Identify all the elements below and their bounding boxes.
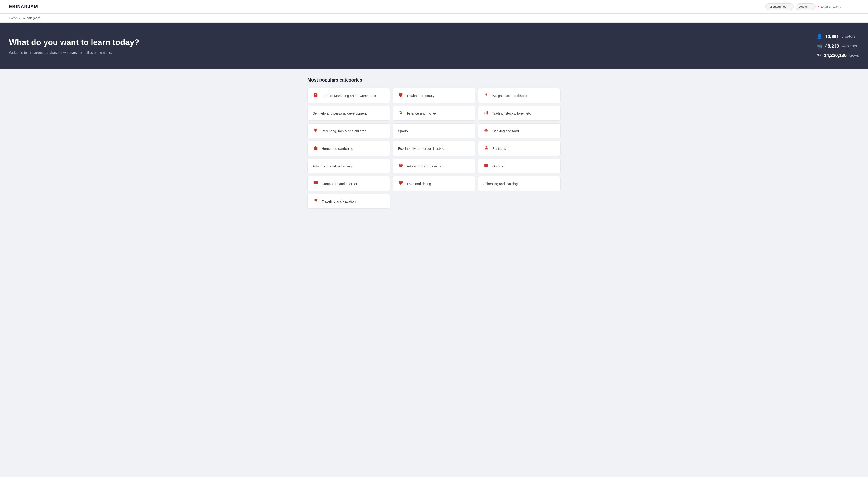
category-card-finance[interactable]: Finance and money bbox=[393, 106, 475, 121]
views-label: views bbox=[849, 53, 859, 58]
filter-close-icon[interactable]: × bbox=[817, 5, 819, 8]
category-label-sports: Sports bbox=[398, 129, 408, 133]
category-icon-traveling bbox=[313, 198, 318, 204]
webinars-icon: 📹 bbox=[817, 43, 822, 49]
category-card-arts[interactable]: Arts and Entertainment bbox=[393, 159, 475, 173]
category-label-advertising: Advertising and marketing bbox=[313, 164, 352, 168]
category-card-business[interactable]: Business bbox=[478, 141, 561, 156]
category-label-parenting: Parenting, family and children bbox=[322, 129, 366, 133]
header-filters: All categories ··· Author ··· × bbox=[765, 3, 859, 10]
header: EBINARJAM All categories ··· Author ··· … bbox=[0, 0, 868, 13]
category-card-games[interactable]: Games bbox=[478, 159, 561, 173]
category-card-computers[interactable]: Computers and internet bbox=[307, 176, 390, 191]
svg-point-0 bbox=[486, 93, 487, 94]
category-icon-parenting bbox=[313, 128, 318, 134]
all-categories-filter[interactable]: All categories ··· bbox=[765, 3, 794, 10]
category-label-internet-marketing: Internet Marketing and e-Commerce bbox=[322, 94, 376, 98]
section-title: Most populars categories bbox=[307, 77, 561, 83]
breadcrumb: Home ∧ All categories bbox=[0, 13, 868, 23]
stat-views: 👁 14,230,136 views bbox=[817, 53, 859, 58]
category-card-parenting[interactable]: Parenting, family and children bbox=[307, 123, 390, 138]
category-card-health-beauty[interactable]: Health and beauty bbox=[393, 88, 475, 103]
filter-categories-dots: ··· bbox=[787, 5, 790, 8]
svg-point-5 bbox=[316, 128, 317, 129]
svg-point-11 bbox=[401, 164, 401, 165]
svg-rect-6 bbox=[484, 130, 488, 131]
category-label-computers: Computers and internet bbox=[322, 182, 357, 186]
svg-rect-7 bbox=[485, 131, 487, 132]
category-grid: Internet Marketing and e-Commerce Health… bbox=[307, 88, 561, 209]
category-label-cooking: Cooking and food bbox=[492, 129, 519, 133]
category-label-weight-loss: Weight loss and fitness bbox=[492, 94, 527, 98]
category-icon-trading bbox=[483, 110, 489, 116]
category-label-finance: Finance and money bbox=[407, 111, 437, 115]
category-card-trading[interactable]: Trading: stocks, forex, etc bbox=[478, 106, 561, 121]
category-icon-weight-loss bbox=[483, 92, 489, 99]
svg-point-9 bbox=[399, 164, 403, 167]
creators-icon: 👤 bbox=[817, 34, 822, 39]
category-icon-arts bbox=[398, 163, 404, 169]
category-icon-computers bbox=[313, 180, 318, 187]
category-label-games: Games bbox=[492, 164, 503, 168]
hero-left: What do you want to learn today? Welcome… bbox=[9, 37, 139, 54]
category-icon-health-beauty bbox=[398, 92, 404, 99]
category-icon-internet-marketing bbox=[313, 92, 318, 99]
author-filter[interactable]: Author ··· bbox=[796, 3, 815, 10]
category-icon-cooking bbox=[483, 128, 489, 134]
category-icon-home-gardening bbox=[313, 145, 318, 151]
category-card-schooling[interactable]: Schooling and learning bbox=[478, 176, 561, 191]
category-card-sports[interactable]: Sports bbox=[393, 123, 475, 138]
category-label-business: Business bbox=[492, 146, 506, 150]
logo: EBINARJAM bbox=[9, 4, 38, 9]
category-card-advertising[interactable]: Advertising and marketing bbox=[307, 159, 390, 173]
category-card-weight-loss[interactable]: Weight loss and fitness bbox=[478, 88, 561, 103]
svg-point-4 bbox=[314, 128, 315, 129]
webinars-label: webinars bbox=[842, 44, 857, 48]
category-label-schooling: Schooling and learning bbox=[483, 182, 518, 186]
views-icon: 👁 bbox=[817, 53, 821, 58]
author-search-input[interactable] bbox=[821, 5, 859, 8]
hero-title: What do you want to learn today? bbox=[9, 37, 139, 47]
webinars-number: 48,238 bbox=[825, 43, 839, 49]
category-icon-love-dating bbox=[398, 180, 404, 187]
breadcrumb-home[interactable]: Home bbox=[9, 16, 17, 20]
svg-rect-14 bbox=[313, 181, 318, 184]
views-number: 14,230,136 bbox=[824, 53, 846, 58]
filter-author-label: Author bbox=[799, 5, 808, 8]
category-label-arts: Arts and Entertainment bbox=[407, 164, 441, 168]
category-card-self-help[interactable]: Self help and personal development bbox=[307, 106, 390, 121]
category-label-trading: Trading: stocks, forex, etc bbox=[492, 111, 531, 115]
category-icon-games bbox=[483, 163, 489, 169]
svg-point-12 bbox=[401, 165, 402, 165]
category-label-self-help: Self help and personal development bbox=[313, 111, 367, 115]
svg-rect-1 bbox=[485, 112, 485, 114]
breadcrumb-current: All categories bbox=[23, 16, 40, 20]
main-content: Most populars categories Internet Market… bbox=[298, 69, 569, 217]
category-label-traveling: Traveling and vacation bbox=[322, 199, 355, 203]
stat-creators: 👤 10,691 creators bbox=[817, 34, 859, 39]
svg-rect-3 bbox=[487, 111, 488, 114]
svg-rect-13 bbox=[484, 164, 488, 167]
breadcrumb-separator: ∧ bbox=[19, 17, 21, 20]
hero-banner: What do you want to learn today? Welcome… bbox=[0, 23, 868, 69]
filter-author-dots: ··· bbox=[809, 5, 812, 8]
category-card-cooking[interactable]: Cooking and food bbox=[478, 123, 561, 138]
category-card-love-dating[interactable]: Love and dating bbox=[393, 176, 475, 191]
hero-stats: 👤 10,691 creators 📹 48,238 webinars 👁 14… bbox=[817, 34, 859, 58]
hero-subtitle: Welcome to the largest database of webin… bbox=[9, 50, 139, 55]
category-card-eco-friendly[interactable]: Eco-friendly and green lifestyle bbox=[393, 141, 475, 156]
category-label-health-beauty: Health and beauty bbox=[407, 94, 434, 98]
category-icon-finance bbox=[398, 110, 404, 116]
svg-point-8 bbox=[485, 146, 487, 148]
category-card-internet-marketing[interactable]: Internet Marketing and e-Commerce bbox=[307, 88, 390, 103]
svg-rect-2 bbox=[486, 111, 487, 114]
category-card-home-gardening[interactable]: Home and gardening bbox=[307, 141, 390, 156]
category-label-home-gardening: Home and gardening bbox=[322, 146, 353, 150]
creators-label: creators bbox=[842, 34, 856, 39]
stat-webinars: 📹 48,238 webinars bbox=[817, 43, 859, 49]
category-icon-business bbox=[483, 145, 489, 151]
category-label-eco-friendly: Eco-friendly and green lifestyle bbox=[398, 146, 444, 150]
category-label-love-dating: Love and dating bbox=[407, 182, 431, 186]
category-card-traveling[interactable]: Traveling and vacation bbox=[307, 194, 390, 209]
svg-point-10 bbox=[400, 165, 400, 165]
